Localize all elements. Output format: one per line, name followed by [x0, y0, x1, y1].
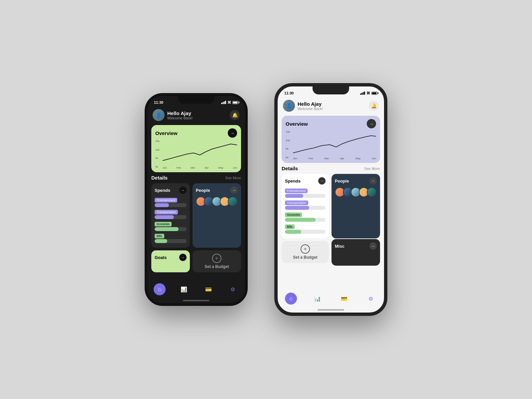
people-title-dark: People: [196, 188, 210, 193]
people-arrow-light[interactable]: →: [369, 177, 377, 185]
spends-title-light: Spends: [285, 179, 301, 184]
people-arrow-dark[interactable]: →: [230, 187, 238, 194]
nav-card-dark[interactable]: 💳: [202, 283, 214, 295]
overview-arrow-light[interactable]: →: [367, 119, 376, 128]
avatar-light: 👤: [283, 100, 295, 112]
nav-card-light[interactable]: 💳: [338, 293, 350, 305]
subtitle-light: Welcome Back!: [298, 107, 369, 111]
chart-svg-light: [293, 130, 376, 156]
budget-card-dark[interactable]: + Set a Budget: [193, 250, 241, 272]
chart-x-labels-light: Jan Feb Mar Apr May Jun: [293, 157, 376, 160]
chart-y-labels-dark: 15k 10k 5k 0k: [155, 139, 160, 169]
header-dark: 👤 Hello Ajay Welcome Back! 🔔: [147, 106, 245, 124]
header-text-light: Hello Ajay Welcome Back!: [298, 101, 369, 111]
greeting-dark: Hello Ajay: [167, 110, 230, 116]
time-dark: 11:30: [154, 100, 163, 104]
time-light: 11:30: [284, 91, 294, 95]
spends-arrow-light[interactable]: →: [318, 177, 326, 185]
battery-icon-light: [371, 92, 377, 95]
spends-card-light: Spends → Entertainment Transportation: [282, 174, 329, 238]
notification-button-dark[interactable]: 🔔: [230, 110, 240, 120]
spend-row-groceries-light: Groceries: [285, 211, 326, 222]
budget-card-light[interactable]: + Set a Budget: [282, 241, 329, 263]
budget-label-dark: Set a Budget: [204, 264, 229, 269]
phone-dark: 11:30 ⌘ 👤 Hello Ajay Welcome Back!: [145, 93, 248, 306]
overview-card-dark: Overview → 15k 10k 5k 0k Jan Feb: [151, 125, 241, 172]
cards-grid-light: Spends → Entertainment Transportation: [282, 174, 380, 266]
signal-icon: [221, 101, 226, 104]
header-light: 👤 Hello Ajay Welcome Back! 🔔: [278, 97, 384, 114]
people-card-dark: People →: [193, 183, 241, 248]
overview-title-light: Overview: [286, 121, 308, 127]
goals-title-dark: Goals: [155, 255, 167, 260]
details-title-light: Details: [282, 166, 298, 171]
phone-content-light: 👤 Hello Ajay Welcome Back! 🔔 Overview → …: [278, 97, 384, 313]
details-section-light: Details See More Spends → Entertainment: [278, 166, 384, 287]
people-card-light: People →: [332, 174, 380, 238]
wifi-icon: ⌘: [227, 100, 231, 105]
nav-home-dark[interactable]: ⌂: [154, 283, 166, 295]
chart-light: 15k 10k 5k 0k Jan Feb Mar Apr May Jun: [286, 130, 376, 160]
home-indicator-dark: [183, 300, 209, 301]
nav-chart-light[interactable]: 📊: [312, 293, 324, 305]
chart-svg-dark: [163, 139, 237, 166]
phone-light: 11:30 ⌘ 👤 Hello Ajay Welcome Back!: [274, 83, 387, 316]
nav-chart-dark[interactable]: 📊: [178, 283, 190, 295]
person-avatar-5-light: [367, 187, 377, 197]
overview-header-light: Overview →: [286, 119, 376, 128]
people-avatars-light: [335, 187, 377, 197]
spends-arrow-dark[interactable]: →: [179, 187, 187, 194]
spend-row-entertainment-dark: Entertainment: [155, 197, 187, 207]
spend-row-transportation-dark: Transportation: [155, 208, 187, 219]
overview-arrow-dark[interactable]: →: [228, 128, 237, 138]
status-icons-light: ⌘: [360, 91, 377, 95]
notch-dark: [178, 96, 214, 104]
details-header-light: Details See More: [282, 166, 380, 171]
overview-header-dark: Overview →: [155, 128, 237, 138]
spend-row-transportation-light: Transportation: [285, 199, 326, 210]
notification-button-light[interactable]: 🔔: [369, 101, 379, 111]
subtitle-dark: Welcome Back!: [167, 116, 230, 120]
misc-title-light: Misc: [335, 244, 344, 249]
details-header-dark: Details See More: [151, 175, 241, 181]
status-icons-dark: ⌘: [221, 100, 238, 105]
home-indicator-light: [318, 309, 344, 311]
bottom-nav-light: ⌂ 📊 💳 ⚙: [278, 290, 384, 308]
chart-x-labels-dark: Jan Feb Mar Apr May Jun: [163, 166, 237, 169]
people-title-light: People: [335, 179, 349, 184]
budget-label-light: Set a Budget: [293, 255, 317, 260]
nav-home-light[interactable]: ⌂: [285, 293, 297, 305]
notch-light: [313, 86, 349, 94]
misc-card-light: Misc →: [332, 239, 380, 266]
phone-content-dark: 👤 Hello Ajay Welcome Back! 🔔 Overview → …: [147, 106, 245, 303]
nav-gear-light[interactable]: ⚙: [365, 293, 377, 305]
spend-row-bills-light: Bills: [285, 223, 326, 234]
details-section-dark: Details See More Spends → Entertainment: [147, 175, 245, 278]
avatar-dark: 👤: [153, 109, 165, 121]
spend-row-bills-dark: Bills: [155, 232, 187, 243]
cards-grid-dark: Spends → Entertainment Transportation: [151, 183, 241, 272]
person-avatar-5-dark: [228, 197, 238, 206]
battery-icon: [232, 101, 238, 104]
overview-title-dark: Overview: [155, 130, 178, 136]
details-title-dark: Details: [151, 175, 168, 181]
wifi-icon-light: ⌘: [366, 91, 370, 95]
nav-gear-dark[interactable]: ⚙: [227, 283, 239, 295]
misc-arrow-light[interactable]: →: [369, 242, 377, 250]
spend-row-groceries-dark: Groceries: [155, 220, 187, 231]
goals-card-dark: Goals →: [151, 250, 190, 272]
chart-dark: 15k 10k 5k 0k Jan Feb Mar Apr May Jun: [155, 139, 237, 169]
see-more-dark[interactable]: See More: [225, 176, 241, 180]
budget-plus-icon-light: +: [301, 244, 310, 254]
overview-card-light: Overview → 15k 10k 5k 0k Jan Feb: [282, 116, 380, 163]
bottom-nav-dark: ⌂ 📊 💳 ⚙: [147, 281, 245, 299]
budget-plus-icon-dark: +: [212, 254, 221, 263]
see-more-light[interactable]: See More: [364, 167, 380, 171]
spend-row-entertainment-light: Entertainment: [285, 187, 326, 198]
greeting-light: Hello Ajay: [298, 101, 369, 107]
header-text-dark: Hello Ajay Welcome Back!: [167, 110, 230, 120]
chart-y-labels-light: 15k 10k 5k 0k: [286, 130, 290, 160]
spends-title-dark: Spends: [155, 188, 170, 193]
signal-icon-light: [360, 91, 365, 95]
goals-arrow-dark[interactable]: →: [179, 254, 187, 261]
